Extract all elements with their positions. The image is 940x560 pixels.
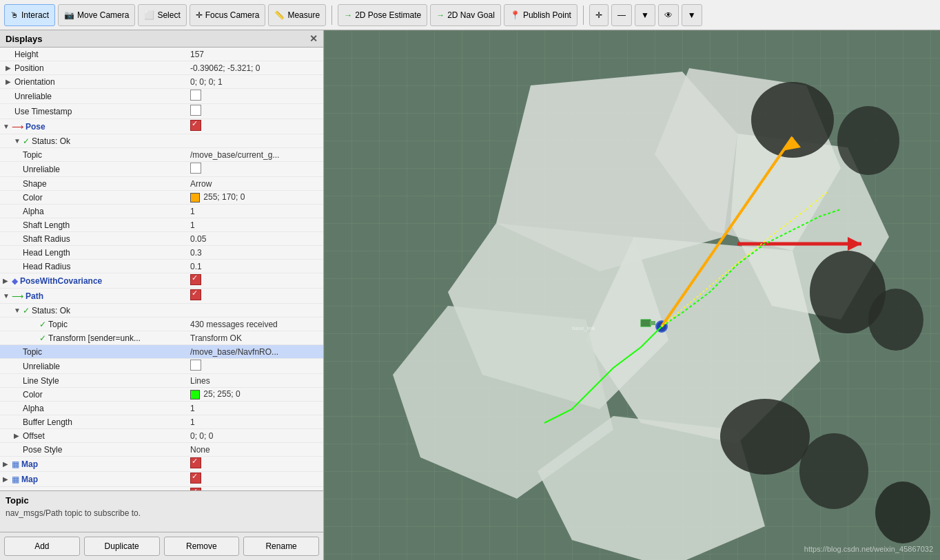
row-value[interactable] [186,289,323,302]
color-swatch[interactable] [190,193,200,203]
color-swatch[interactable] [190,390,200,400]
row-key: Shaft Length [0,220,186,230]
key-label: Use Timestamp [14,107,72,116]
table-row: Offset 0; 0; 0 [0,429,323,443]
displays-title: Displays [6,34,42,44]
table-row: ✓ Transform [sender=unk... Transform OK [0,331,323,345]
measure-icon: 📏 [274,10,285,20]
table-row: Position -0.39062; -5.321; 0 [0,61,323,75]
checkbox[interactable] [190,289,201,300]
checkbox[interactable] [190,120,201,131]
key-label: Alpha [23,207,44,216]
table-row: Line Style Lines [0,374,323,388]
row-value[interactable] [186,90,323,103]
table-row: ▦ Map [0,472,323,487]
move-camera-label: Move Camera [77,10,129,20]
checkbox[interactable] [190,163,201,174]
expand-icon[interactable] [14,432,21,439]
table-row: Alpha 1 [0,402,323,415]
table-row: ✓ Status: Ok [0,304,323,318]
row-value: -0.39062; -5.321; 0 [186,63,323,73]
rename-button[interactable]: Rename [243,537,319,556]
bottom-buttons: Add Duplicate Remove Rename [0,532,323,560]
move-camera-button[interactable]: 📷 Move Camera [58,4,135,26]
row-value: 1 [186,207,323,216]
diamond-icon: ◆ [12,276,18,286]
row-value[interactable] [186,105,323,118]
checkbox[interactable] [190,473,201,484]
displays-close-button[interactable]: ✕ [309,33,318,44]
key-label: Shape [23,179,47,189]
minus-button[interactable]: — [611,4,632,26]
row-value: 430 messages received [186,320,323,329]
expand-icon[interactable] [14,137,21,145]
table-row: Topic /move_base/current_g... [0,148,323,162]
expand-icon[interactable] [3,460,10,468]
row-value: Transform OK [186,333,323,343]
row-key: ✓ Transform [sender=unk... [0,333,186,343]
select-button[interactable]: ⬜ Select [138,4,186,26]
table-row: Use Timestamp [0,104,323,119]
table-row: Unreliable [0,89,323,104]
row-value[interactable] [186,457,323,470]
row-value[interactable] [186,360,323,373]
row-key: ⟶ Path [0,291,186,301]
eye-dropdown-button[interactable]: ▼ [682,4,702,26]
nav-goal-button[interactable]: → 2D Nav Goal [430,4,501,26]
3d-view-panel[interactable]: base_link https://blog.csdn.net/weixin_4… [324,30,940,560]
key-label: Height [14,50,39,59]
expand-icon[interactable] [3,277,10,284]
row-value[interactable] [186,473,323,486]
key-label: Head Radius [23,262,70,271]
table-row: ✓ Topic 430 messages received [0,318,323,331]
row-key: Topic [0,150,186,160]
row-value[interactable] [186,120,323,133]
checkbox[interactable] [190,360,201,371]
row-value: 0.1 [186,262,323,271]
interact-button[interactable]: 🖱 Interact [4,4,55,26]
add-crosshair-button[interactable]: ✛ [589,4,609,26]
expand-icon[interactable] [14,307,21,314]
separator-1 [331,6,332,25]
expand-icon[interactable] [3,123,10,130]
publish-point-button[interactable]: 📍 Publish Point [504,4,578,26]
table-row: Shaft Length 1 [0,218,323,232]
tree-panel[interactable]: Height 157 Position -0.39062; -5.321; 0 … [0,48,323,490]
row-value: 255; 170; 0 [186,192,323,203]
row-key: ▦ Map [0,475,186,484]
eye-button[interactable]: 👁 [658,4,679,26]
pose-estimate-button[interactable]: → 2D Pose Estimate [338,4,427,26]
row-key: Head Radius [0,262,186,271]
key-label: PoseWithCovariance [20,276,102,286]
table-row: Orientation 0; 0; 0; 1 [0,75,323,89]
checkbox[interactable] [190,105,201,116]
checkbox[interactable] [190,274,201,285]
minus-icon: — [617,10,626,20]
row-value[interactable] [186,163,323,176]
expand-icon[interactable] [3,292,10,300]
add-button[interactable]: Add [4,537,80,556]
row-value[interactable] [186,274,323,287]
focus-camera-button[interactable]: ✛ Focus Camera [190,4,266,26]
expand-icon[interactable] [6,64,12,72]
expand-icon[interactable] [3,475,10,483]
row-value: 0; 0; 0 [186,431,323,441]
key-label: Position [14,63,44,73]
measure-button[interactable]: 📏 Measure [268,4,326,26]
remove-button[interactable]: Remove [164,537,240,556]
pose-estimate-icon: → [344,10,352,20]
key-label: Status: Ok [32,306,70,315]
table-row: Buffer Length 1 [0,415,323,429]
row-value: 1 [186,220,323,230]
duplicate-button[interactable]: Duplicate [84,537,160,556]
checkbox[interactable] [190,90,201,101]
checkbox[interactable] [190,457,201,468]
row-value: Arrow [186,179,323,189]
info-box: Topic nav_msgs/Path topic to subscribe t… [0,490,323,532]
checkbox[interactable] [190,488,201,490]
row-key: Alpha [0,207,186,216]
expand-icon[interactable] [6,78,12,85]
key-label: Unreliable [14,92,52,101]
dropdown-button[interactable]: ▼ [635,4,655,26]
key-label: Topic [48,320,68,329]
